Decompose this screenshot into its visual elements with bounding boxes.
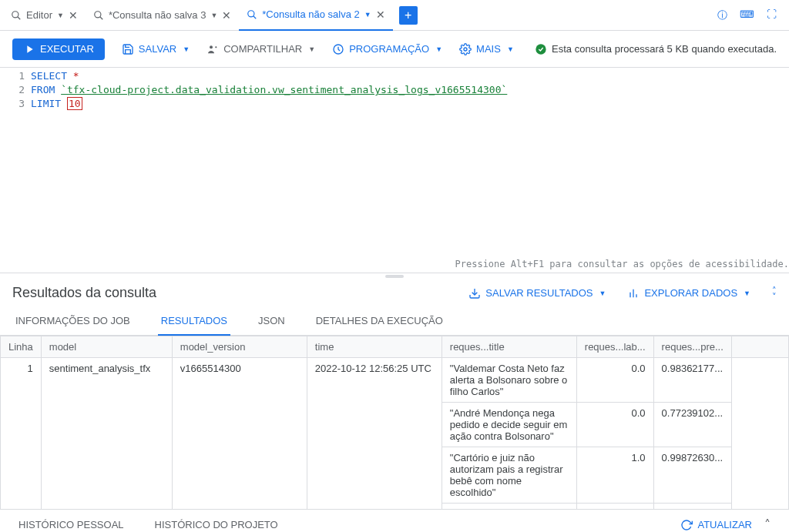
splitter-handle[interactable]	[0, 273, 789, 279]
share-label: COMPARTILHAR	[223, 43, 302, 55]
magnify-icon	[247, 9, 257, 20]
chevron-down-icon: ▼	[308, 45, 315, 53]
tab-exec-details[interactable]: DETALHES DA EXECUÇÃO	[313, 307, 446, 335]
refresh-icon	[680, 519, 693, 531]
download-icon	[468, 287, 481, 299]
more-button[interactable]: MAIS ▼	[459, 43, 514, 55]
toolbar: EXECUTAR SALVAR ▼ COMPARTILHAR ▼ PROGRAM…	[0, 31, 789, 68]
cell-lab: 0.0	[576, 504, 653, 510]
tab-label: Editor	[26, 9, 52, 21]
keyboard-icon[interactable]: ⌨	[740, 8, 754, 22]
magnify-icon	[93, 10, 104, 21]
tab-json[interactable]: JSON	[255, 307, 288, 335]
cell-pre: 0.98362177...	[653, 358, 731, 403]
save-button[interactable]: SALVAR ▼	[122, 43, 190, 55]
svg-point-2	[95, 11, 101, 17]
chevron-down-icon: ▼	[57, 12, 64, 19]
svg-point-4	[248, 10, 254, 16]
results-table: Linha model model_version time reques...…	[0, 336, 789, 509]
query-status: Esta consulta processará 5 KB quando exe…	[535, 43, 777, 55]
tab-editor[interactable]: Editor ▼ ✕	[3, 0, 86, 31]
cell-lab: 0.0	[576, 403, 653, 447]
project-history-button[interactable]: HISTÓRICO DO PROJETO	[155, 519, 278, 530]
save-results-button[interactable]: SALVAR RESULTADOS ▼	[468, 287, 606, 299]
chevron-down-icon: ▼	[599, 289, 606, 297]
expand-collapse-icon[interactable]: ˄˅	[772, 287, 777, 299]
chart-icon	[627, 287, 640, 299]
status-text: Esta consulta processará 5 KB quando exe…	[552, 43, 777, 55]
clock-icon	[332, 43, 344, 55]
svg-point-0	[12, 11, 18, 17]
cell-title: "Valdemar Costa Neto faz alerta a Bolson…	[442, 358, 576, 403]
more-label: MAIS	[476, 43, 501, 55]
run-button[interactable]: EXECUTAR	[12, 38, 105, 60]
cell-model-version: v1665514300	[172, 358, 307, 510]
chevron-down-icon: ▼	[210, 12, 217, 19]
svg-point-8	[464, 48, 467, 51]
play-icon	[23, 43, 35, 55]
fullscreen-icon[interactable]: ⛶	[767, 8, 777, 22]
col-lab[interactable]: reques...lab...	[576, 336, 653, 358]
col-model[interactable]: model	[41, 336, 172, 358]
tab-bar: Editor ▼ ✕ *Consulta não salva 3 ▼ ✕ *Co…	[0, 0, 789, 31]
svg-line-1	[18, 16, 21, 19]
close-icon[interactable]: ✕	[376, 8, 385, 21]
chevron-down-icon: ▼	[435, 45, 442, 53]
tab-consulta-3[interactable]: *Consulta não salva 3 ▼ ✕	[86, 0, 239, 31]
refresh-button[interactable]: ATUALIZAR	[680, 519, 752, 531]
table-header-row: Linha model model_version time reques...…	[1, 336, 789, 358]
save-icon	[122, 43, 134, 55]
results-grid[interactable]: Linha model model_version time reques...…	[0, 336, 789, 509]
col-linha[interactable]: Linha	[1, 336, 42, 358]
cell-model: sentiment_analysis_tfx	[41, 358, 172, 510]
col-time[interactable]: time	[307, 336, 442, 358]
tab-label: *Consulta não salva 3	[109, 9, 206, 21]
col-pre[interactable]: reques...pre...	[653, 336, 731, 358]
explore-data-button[interactable]: EXPLORAR DADOS ▼	[627, 287, 750, 299]
cell-title: "André Mendonça nega pedido e decide seg…	[442, 403, 576, 447]
save-label: SALVAR	[139, 43, 176, 55]
svg-line-3	[100, 16, 103, 19]
cell-lab: 1.0	[576, 447, 653, 504]
cell-pre: 0.99872630...	[653, 447, 731, 504]
add-tab-button[interactable]: +	[399, 6, 418, 25]
a11y-hint: Pressione Alt+F1 para consultar as opçõe…	[455, 259, 789, 269]
line-gutter: 1 2 3	[0, 68, 31, 273]
close-icon[interactable]: ✕	[69, 9, 78, 22]
share-button[interactable]: COMPARTILHAR ▼	[206, 43, 315, 55]
col-title[interactable]: reques...title	[442, 336, 576, 358]
cell-time: 2022-10-12 12:56:25 UTC	[307, 358, 442, 510]
personal-history-button[interactable]: HISTÓRICO PESSOAL	[18, 519, 124, 530]
results-title: Resultados da consulta	[12, 285, 156, 301]
check-circle-icon	[535, 43, 547, 55]
cell-linha: 1	[1, 358, 42, 510]
chevron-down-icon: ▼	[507, 45, 514, 53]
cell-pre: 0.98500752...	[653, 504, 731, 510]
magnify-icon	[11, 10, 22, 21]
footer: HISTÓRICO PESSOAL HISTÓRICO DO PROJETO A…	[0, 509, 789, 532]
cell-title: "Veja cláusulas absurdas que Globo queri…	[442, 504, 576, 510]
cell-pre: 0.77239102...	[653, 403, 731, 447]
table-row: 1 sentiment_analysis_tfx v1665514300 202…	[1, 358, 789, 403]
results-tabs: INFORMAÇÕES DO JOB RESULTADOS JSON DETAL…	[0, 307, 789, 336]
sql-editor[interactable]: 1 2 3 SELECT * FROM `tfx-cloud-project.d…	[0, 68, 789, 273]
code-area[interactable]: SELECT * FROM `tfx-cloud-project.data_va…	[31, 68, 789, 273]
close-icon[interactable]: ✕	[222, 9, 231, 22]
gear-icon	[459, 43, 472, 55]
info-icon[interactable]: ⓘ	[717, 8, 727, 22]
tab-results[interactable]: RESULTADOS	[158, 307, 230, 336]
cell-title: "Cartório e juiz não autorizam pais a re…	[442, 447, 576, 504]
chevron-up-icon[interactable]: ˄	[764, 517, 771, 532]
schedule-button[interactable]: PROGRAMAÇÃO ▼	[332, 43, 442, 55]
svg-line-5	[253, 15, 257, 18]
col-spacer	[731, 336, 788, 358]
tab-job-info[interactable]: INFORMAÇÕES DO JOB	[12, 307, 133, 335]
chevron-down-icon: ▼	[364, 11, 371, 18]
cell-lab: 0.0	[576, 358, 653, 403]
share-icon	[206, 43, 219, 55]
svg-point-9	[536, 44, 546, 54]
run-label: EXECUTAR	[40, 43, 94, 55]
tab-consulta-2[interactable]: *Consulta não salva 2 ▼ ✕	[239, 0, 392, 31]
col-model-version[interactable]: model_version	[172, 336, 307, 358]
chevron-down-icon: ▼	[744, 289, 750, 297]
